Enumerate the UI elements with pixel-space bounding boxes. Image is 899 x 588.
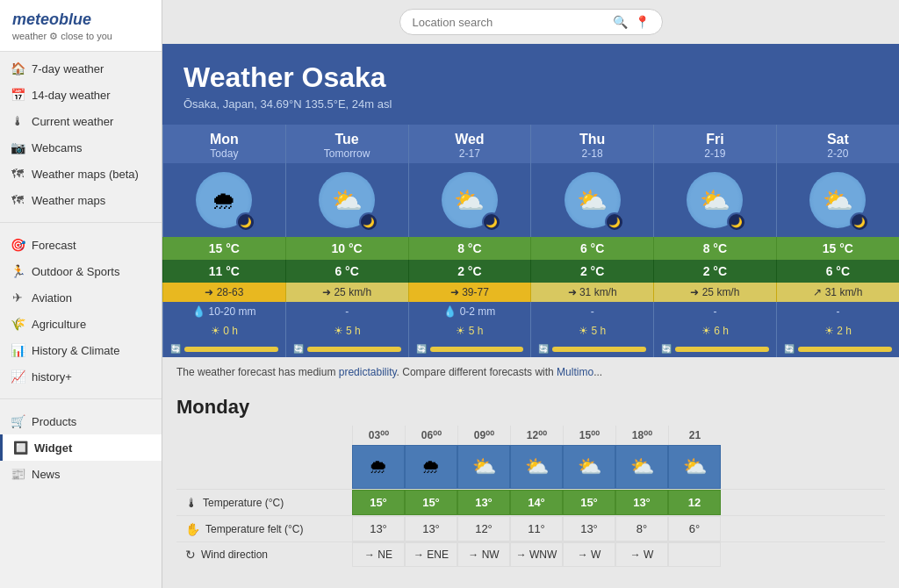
rain-cell: 💧 0-2 mm (408, 302, 531, 321)
temp-low-cell: 6 °C (285, 260, 408, 283)
news-icon: 📰 (11, 467, 25, 481)
temp-felt-cell: 8° (615, 516, 668, 541)
day-header-mon: MonToday (163, 125, 286, 163)
weather-icon-cell: ⛅ 🌙 (776, 163, 899, 237)
temp-cell: 15° (405, 490, 457, 515)
temp-cell: 15° (352, 490, 405, 515)
sun-cell: ☀ 5 h (531, 321, 654, 341)
predictability-cell: 🔄 (408, 341, 531, 357)
hand-icon: ✋ (185, 522, 200, 536)
sun-cell: ☀ 5 h (408, 321, 531, 341)
search-input[interactable] (413, 16, 606, 29)
sidebar-label-news: News (32, 468, 61, 481)
sidebar-item-history[interactable]: 📊 History & Climate (0, 337, 162, 363)
widget-icon: 🔲 (13, 441, 27, 455)
wind-cell: ➜ 25 km/h (285, 283, 408, 302)
rain-cell: 💧 10-20 mm (163, 302, 286, 321)
logo-tagline: weather ⚙ close to you (12, 31, 149, 42)
temp-felt-cell: 13° (563, 516, 615, 541)
sidebar-item-webcams[interactable]: 📷 Webcams (0, 134, 162, 161)
temp-high-cell: 15 °C (776, 237, 899, 260)
search-button[interactable]: 🔍 (613, 15, 628, 29)
wind-dir-cell: → NW (457, 542, 510, 567)
sidebar: meteoblue weather ⚙ close to you 🏠 7-day… (0, 0, 162, 588)
temp-high-cell: 10 °C (285, 237, 408, 260)
sidebar-label-webcams: Webcams (32, 141, 83, 154)
hourly-icon: ⛅ (457, 445, 510, 489)
sidebar-item-current[interactable]: 🌡 Current weather (0, 108, 162, 134)
sidebar-item-forecast[interactable]: 🎯 Forecast (0, 232, 162, 258)
weather-icon-cell: ⛅ 🌙 (654, 163, 777, 237)
temp-felt-row: ✋ Temperature felt (°C) 13°13°12°11°13°8… (176, 515, 885, 541)
forecast-info: The weather forecast has medium predicta… (162, 357, 899, 387)
predictability-link[interactable]: predictability (339, 366, 397, 378)
predictability-cell: 🔄 (531, 341, 654, 357)
sidebar-item-aviation[interactable]: ✈ Aviation (0, 284, 162, 311)
temp-cell: 15° (563, 490, 615, 515)
temp-felt-cell: 11° (510, 516, 563, 541)
hourly-header-row: 03⁰⁰06⁰⁰09⁰⁰12⁰⁰15⁰⁰18⁰⁰21 (352, 426, 885, 445)
temp-felt-cell: 13° (352, 516, 405, 541)
temp-low-cell: 2 °C (654, 260, 777, 283)
sidebar-item-maps-beta[interactable]: 🗺 Weather maps (beta) (0, 161, 162, 187)
sidebar-label-current: Current weather (32, 115, 113, 128)
sidebar-label-history: History & Climate (32, 344, 119, 357)
wind-cell: ↗ 31 km/h (776, 283, 899, 302)
hourly-icon-row: 🌧🌧⛅⛅⛅⛅⛅ (352, 445, 885, 489)
temp-high-cell: 8 °C (408, 237, 531, 260)
temp-felt-cells: 13°13°12°11°13°8°6° (352, 516, 721, 541)
aviation-icon: ✈ (11, 290, 25, 305)
weather-header: Weather Osaka Ōsaka, Japan, 34.69°N 135.… (162, 44, 899, 125)
sidebar-item-maps[interactable]: 🗺 Weather maps (0, 187, 162, 213)
day-header-fri: Fri2-19 (654, 125, 777, 163)
temp-high-cell: 15 °C (163, 237, 286, 260)
temp-low-cell: 11 °C (163, 260, 286, 283)
predictability-cell: 🔄 (163, 341, 286, 357)
hourly-col-header: 06⁰⁰ (405, 426, 457, 445)
hourly-col-header: 09⁰⁰ (457, 426, 510, 445)
temp-felt-cell: 13° (405, 516, 457, 541)
sidebar-item-widget[interactable]: 🔲 Widget (0, 434, 162, 461)
sidebar-item-7day[interactable]: 🏠 7-day weather (0, 55, 162, 82)
monday-section: Monday 03⁰⁰06⁰⁰09⁰⁰12⁰⁰15⁰⁰18⁰⁰21 🌧🌧⛅⛅⛅⛅… (162, 387, 899, 567)
rain-cell: - (285, 302, 408, 321)
city-location: Ōsaka, Japan, 34.69°N 135.5°E, 24m asl (183, 97, 878, 111)
predictability-cell: 🔄 (285, 341, 408, 357)
forecast-table: MonTodayTueTomorrowWed2-17Thu2-18Fri2-19… (162, 125, 899, 357)
sun-cell: ☀ 6 h (654, 321, 777, 341)
weather-icon-cell: ⛅ 🌙 (531, 163, 654, 237)
temp-cell: 13° (457, 490, 510, 515)
temp-high-cell: 8 °C (654, 237, 777, 260)
sidebar-item-outdoor[interactable]: 🏃 Outdoor & Sports (0, 258, 162, 284)
sidebar-label-outdoor: Outdoor & Sports (32, 265, 119, 278)
thermometer-icon: 🌡 (11, 114, 25, 128)
rain-cell: - (776, 302, 899, 321)
wind-cell: ➜ 28-63 (163, 283, 286, 302)
map-beta-icon: 🗺 (11, 167, 25, 181)
temp-low-cell: 2 °C (408, 260, 531, 283)
sidebar-item-products[interactable]: 🛒 Products (0, 408, 162, 434)
multimodel-link[interactable]: Multimo (557, 366, 593, 378)
logo: meteoblue weather ⚙ close to you (0, 0, 162, 52)
wind-dir-cell: → WNW (510, 542, 563, 567)
temperature-row: 🌡 Temperature (°C) 15°15°13°14°15°13°12 (176, 489, 885, 515)
sidebar-item-news[interactable]: 📰 News (0, 461, 162, 487)
city-title: Weather Osaka (183, 61, 878, 94)
sidebar-item-historyplus[interactable]: 📈 history+ (0, 363, 162, 390)
wind-cell: ➜ 39-77 (408, 283, 531, 302)
hourly-col-header: 21 (668, 426, 721, 445)
location-button[interactable]: 📍 (635, 15, 650, 29)
temp-felt-cell: 6° (668, 516, 721, 541)
sidebar-item-agriculture[interactable]: 🌾 Agriculture (0, 311, 162, 337)
sidebar-label-7day: 7-day weather (32, 62, 104, 75)
wind-label: ↻ Wind direction (176, 542, 352, 567)
temp-low-cell: 6 °C (776, 260, 899, 283)
wind-cell: ➜ 25 km/h (654, 283, 777, 302)
temp-cell: 14° (510, 490, 563, 515)
info-static: The weather forecast has medium (176, 366, 335, 378)
hourly-col-header: 18⁰⁰ (615, 426, 668, 445)
sidebar-label-widget: Widget (34, 441, 72, 455)
sidebar-item-14day[interactable]: 📅 14-day weather (0, 82, 162, 108)
top-bar: 🔍 📍 (162, 0, 899, 44)
agriculture-icon: 🌾 (11, 317, 25, 331)
